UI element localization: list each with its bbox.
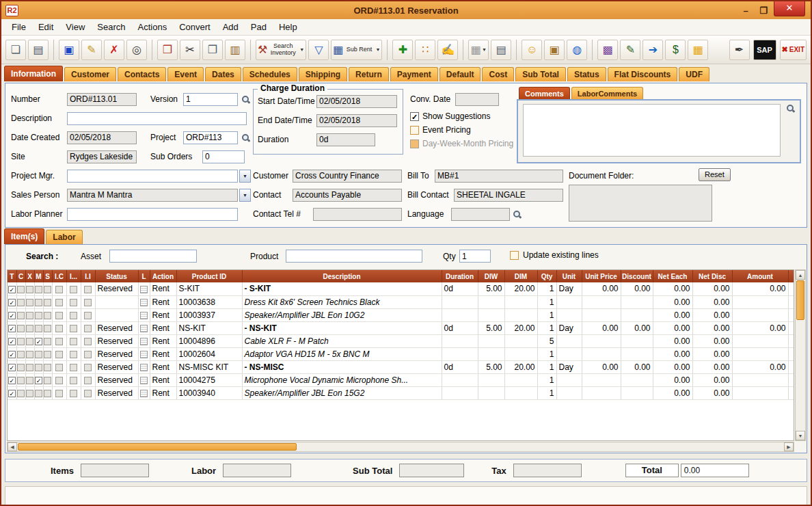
row-checkbox-c[interactable] — [17, 325, 25, 332]
scroll-down-icon[interactable]: ▼ — [796, 431, 805, 440]
tab-cost[interactable]: Cost — [482, 67, 514, 81]
bill-contact-field[interactable]: SHEETAL INGALE — [454, 189, 563, 202]
tab-comments[interactable]: Comments — [519, 87, 570, 99]
row-checkbox-s[interactable] — [44, 325, 51, 332]
row-checkbox-x[interactable] — [26, 299, 33, 306]
search-inventory-button[interactable]: ⚒Search Inventory▼ — [256, 40, 306, 60]
billing-button[interactable]: $ — [665, 40, 686, 60]
row-checkbox-i-i[interactable] — [84, 364, 92, 371]
comments-search-icon[interactable] — [786, 104, 795, 113]
vertical-scroll-thumb[interactable] — [796, 280, 804, 320]
horizontal-scroll-thumb[interactable] — [18, 443, 297, 451]
cubes-button[interactable]: ▩ — [597, 40, 618, 60]
row-checkbox-c[interactable] — [17, 338, 25, 345]
menu-item-help[interactable]: Help — [273, 19, 303, 35]
row-checkbox-x[interactable] — [26, 351, 33, 358]
project-mgr-field[interactable] — [67, 170, 238, 183]
column-header-m[interactable]: M — [34, 270, 43, 282]
copy-button[interactable]: ❐ — [202, 40, 223, 60]
pad-button[interactable]: ▦▼ — [468, 40, 489, 60]
row-checkbox-i-c[interactable] — [55, 390, 63, 397]
column-header-i[interactable]: I... — [66, 270, 81, 282]
row-checkbox-c[interactable] — [17, 312, 25, 319]
scroll-left-icon[interactable]: ◀ — [8, 442, 17, 451]
table-row[interactable]: ✓ReservedRentNS-MISC KIT- NS-MISC0d5.002… — [8, 360, 794, 373]
row-checkbox-i-c[interactable] — [55, 286, 63, 293]
row-checkbox-c[interactable] — [17, 286, 25, 293]
column-header-amount[interactable]: Amount — [732, 270, 788, 282]
dropdown-arrow-icon[interactable]: ▼ — [299, 47, 304, 52]
sub-orders-field[interactable]: 0 — [202, 150, 245, 163]
row-checkbox-i[interactable] — [70, 312, 77, 319]
tab-event[interactable]: Event — [167, 67, 204, 81]
row-checkbox-i[interactable] — [70, 286, 77, 293]
tab-default[interactable]: Default — [439, 67, 481, 81]
row-checkbox-i-i[interactable] — [84, 312, 92, 319]
row-checkbox-i[interactable] — [70, 390, 77, 397]
project-search-icon[interactable] — [241, 133, 250, 142]
table-row[interactable]: ✓ReservedRent10002604Adaptor VGA HD15 M … — [8, 347, 794, 360]
table-row[interactable]: ✓✓ReservedRent10004896Cable XLR F - M Pa… — [8, 334, 794, 347]
column-header-t[interactable]: T — [8, 270, 16, 282]
column-header-description[interactable]: Description — [242, 270, 442, 282]
row-checkbox-i[interactable] — [70, 325, 77, 332]
column-header-diw[interactable]: DIW — [478, 270, 504, 282]
asset-input[interactable] — [109, 250, 197, 263]
table-row[interactable]: ✓Rent10003937Speaker/Amplifier JBL Eon 1… — [8, 308, 794, 321]
scissors-button[interactable]: ✂ — [180, 40, 200, 60]
row-checkbox-i-c[interactable] — [55, 338, 63, 345]
row-checkbox-i[interactable] — [70, 299, 77, 306]
row-checkbox-t[interactable]: ✓ — [8, 338, 16, 345]
row-checkbox-s[interactable] — [44, 286, 51, 293]
row-checkbox-m[interactable] — [35, 351, 42, 358]
tab-information[interactable]: Information — [4, 66, 63, 81]
column-header-i-i[interactable]: I.I — [81, 270, 95, 282]
row-checkbox-i-c[interactable] — [55, 299, 63, 306]
row-checkbox-c[interactable] — [17, 377, 25, 384]
column-header-filler[interactable] — [788, 270, 794, 282]
exit-button[interactable]: ✖EXIT — [780, 40, 807, 60]
row-checkbox-i[interactable] — [70, 338, 77, 345]
column-header-discount[interactable]: Discount — [621, 270, 653, 282]
row-checkbox-i-c[interactable] — [55, 325, 63, 332]
tools-button[interactable]: ✒ — [729, 40, 750, 60]
column-header-unit-price[interactable]: Unit Price — [582, 270, 621, 282]
new-document-button[interactable]: ❏ — [5, 40, 26, 60]
customer-field[interactable]: Cross Country Finance — [293, 170, 402, 183]
column-header-c[interactable]: C — [16, 270, 25, 282]
column-header-qty[interactable]: Qty — [537, 270, 556, 282]
row-checkbox-i-i[interactable] — [84, 286, 92, 293]
row-checkbox-s[interactable] — [44, 364, 51, 371]
row-checkbox-t[interactable]: ✓ — [8, 325, 16, 332]
table-row[interactable]: ✓ReservedRent10003940Speaker/Amplifier J… — [8, 386, 794, 399]
row-checkbox-i-i[interactable] — [84, 299, 92, 306]
row-checkbox-t[interactable]: ✓ — [8, 299, 16, 306]
table-row[interactable]: ✓ReservedRentNS-KIT- NS-KIT0d5.0020.001D… — [8, 321, 794, 334]
column-header-i-c[interactable]: I.C — [52, 270, 66, 282]
tab-laborcomments[interactable]: LaborComments — [571, 87, 643, 99]
row-checkbox-m[interactable]: ✓ — [35, 338, 42, 345]
product-input[interactable] — [286, 250, 422, 263]
row-checkbox-c[interactable] — [17, 299, 25, 306]
row-checkbox-x[interactable] — [26, 364, 33, 371]
project-mgr-dropdown-button[interactable]: ▼ — [239, 170, 251, 183]
labor-planner-field[interactable] — [67, 208, 238, 221]
row-checkbox-c[interactable] — [17, 351, 25, 358]
row-checkbox-t[interactable]: ✓ — [8, 377, 16, 384]
column-header-x[interactable]: X — [25, 270, 34, 282]
tab-customer[interactable]: Customer — [64, 67, 116, 81]
column-header-l[interactable]: L — [138, 270, 150, 282]
row-checkbox-i[interactable] — [70, 364, 77, 371]
tab-status[interactable]: Status — [567, 67, 606, 81]
web-button[interactable]: ◍ — [567, 40, 587, 60]
show-suggestions-checkbox[interactable]: ✓ — [410, 112, 419, 121]
menu-item-convert[interactable]: Convert — [173, 19, 217, 35]
row-checkbox-i-c[interactable] — [55, 377, 63, 384]
event-pricing-checkbox[interactable] — [410, 126, 419, 135]
row-checkbox-s[interactable] — [44, 390, 51, 397]
row-checkbox-t[interactable]: ✓ — [8, 286, 16, 293]
tab-shipping[interactable]: Shipping — [299, 67, 347, 81]
row-checkbox-m[interactable] — [35, 390, 42, 397]
table-row[interactable]: ✓ReservedRentS-KIT- S-KIT0d5.0020.001Day… — [8, 282, 794, 295]
end-datetime-field[interactable]: 02/05/2018 — [316, 114, 397, 127]
